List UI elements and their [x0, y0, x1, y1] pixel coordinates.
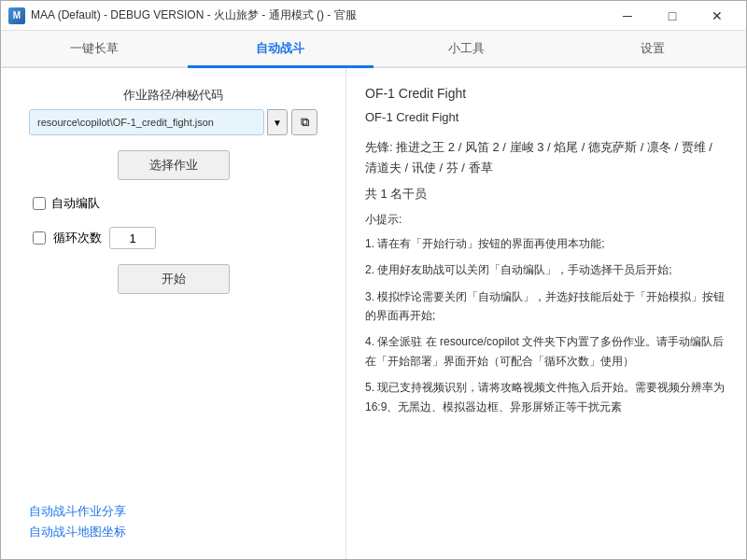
op-title-sub: OF-1 Credit Fight [365, 107, 727, 128]
select-job-wrapper: 选择作业 [29, 150, 317, 180]
map-link[interactable]: 自动战斗地图坐标 [29, 524, 317, 540]
window-title: MAA (Default) - DEBUG VERSION - 火山旅梦 - 通… [31, 7, 606, 23]
minimize-button[interactable]: ─ [606, 1, 649, 31]
maximize-button[interactable]: □ [651, 1, 694, 31]
op-operators: 先锋: 推进之王 2 / 风笛 2 / 崖峻 3 / 焰尾 / 德克萨斯 / 凛… [365, 137, 727, 178]
field-label: 作业路径/神秘代码 [29, 87, 317, 104]
tip-item-1: 2. 使用好友助战可以关闭「自动编队」，手动选择干员后开始; [365, 260, 727, 279]
left-panel: 作业路径/神秘代码 resource\copilot\OF-1_credit_f… [1, 68, 346, 559]
start-button[interactable]: 开始 [118, 264, 230, 294]
auto-team-label: 自动编队 [51, 195, 100, 212]
file-dropdown-button[interactable]: ▼ [267, 109, 288, 135]
tip-item-4: 5. 现已支持视频识别，请将攻略视频文件拖入后开始。需要视频分辨率为 16:9、… [365, 378, 727, 416]
tab-tools[interactable]: 小工具 [374, 31, 560, 68]
links-section: 自动战斗作业分享 自动战斗地图坐标 [29, 503, 317, 540]
tip-item-2: 3. 模拟悖论需要关闭「自动编队」，并选好技能后处于「开始模拟」按钮的界面再开始… [365, 287, 727, 326]
select-job-button[interactable]: 选择作业 [118, 150, 230, 180]
file-path-display[interactable]: resource\copilot\OF-1_credit_fight.json [29, 109, 264, 135]
file-input-row: resource\copilot\OF-1_credit_fight.json … [29, 109, 317, 135]
tips-section: 小提示: 1. 请在有「开始行动」按钮的界面再使用本功能;2. 使用好友助战可以… [365, 210, 727, 416]
close-button[interactable]: ✕ [696, 1, 739, 31]
tips-container: 1. 请在有「开始行动」按钮的界面再使用本功能;2. 使用好友助战可以关闭「自动… [365, 234, 727, 416]
tips-title: 小提示: [365, 210, 727, 231]
auto-team-checkbox[interactable] [33, 197, 46, 210]
loop-checkbox[interactable] [33, 231, 46, 245]
op-count: 共 1 名干员 [365, 184, 727, 204]
loop-label: 循环次数 [53, 230, 102, 246]
tab-bar: 一键长草 自动战斗 小工具 设置 [1, 31, 746, 68]
field-label-group: 作业路径/神秘代码 resource\copilot\OF-1_credit_f… [29, 87, 317, 135]
title-bar: M MAA (Default) - DEBUG VERSION - 火山旅梦 -… [1, 1, 746, 31]
loop-row: 循环次数 1 [29, 227, 317, 249]
copy-path-button[interactable]: ⧉ [291, 109, 317, 135]
main-window: M MAA (Default) - DEBUG VERSION - 火山旅梦 -… [0, 0, 747, 560]
app-icon: M [8, 7, 25, 24]
loop-count-input[interactable]: 1 [109, 227, 156, 249]
share-link[interactable]: 自动战斗作业分享 [29, 503, 317, 520]
main-content: 作业路径/神秘代码 resource\copilot\OF-1_credit_f… [1, 68, 746, 559]
auto-team-row: 自动编队 [29, 195, 317, 212]
start-btn-wrapper: 开始 [29, 264, 317, 294]
tip-item-3: 4. 保全派驻 在 resource/copilot 文件夹下内置了多份作业。请… [365, 332, 727, 371]
tab-yijian[interactable]: 一键长草 [1, 31, 188, 68]
tip-item-0: 1. 请在有「开始行动」按钮的界面再使用本功能; [365, 234, 727, 253]
tab-auto-battle[interactable]: 自动战斗 [188, 31, 374, 68]
op-title-main: OF-1 Credit Fight [365, 83, 727, 105]
window-controls: ─ □ ✕ [606, 1, 739, 31]
tab-settings[interactable]: 设置 [560, 31, 747, 68]
right-panel: OF-1 Credit Fight OF-1 Credit Fight 先锋: … [346, 68, 746, 559]
